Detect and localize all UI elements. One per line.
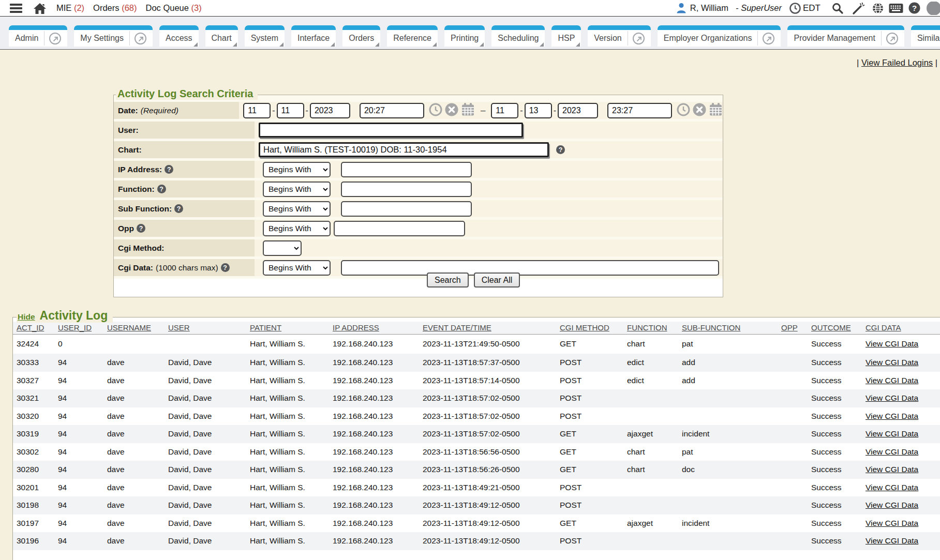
- tab-chart[interactable]: Chart: [205, 25, 238, 47]
- dropdown-corner-icon: [331, 42, 335, 47]
- tab-system[interactable]: System: [245, 25, 285, 47]
- tab-hsp[interactable]: HSP: [551, 25, 581, 47]
- cell-opp: [778, 354, 808, 372]
- cell-opp: [778, 532, 808, 550]
- tab-interface[interactable]: Interface: [291, 25, 336, 47]
- function-help-icon[interactable]: ?: [157, 185, 166, 193]
- cell-function: chart: [623, 461, 678, 479]
- view-cgi-data-link[interactable]: View CGI Data: [866, 447, 918, 456]
- search-button[interactable]: Search: [427, 273, 469, 287]
- cell-user: David, Dave: [165, 425, 246, 443]
- cgi-data-input[interactable]: [341, 260, 719, 276]
- calendar-icon[interactable]: [461, 102, 475, 118]
- column-sort-link[interactable]: ACT_ID: [17, 323, 44, 332]
- keyboard-icon[interactable]: [889, 3, 903, 13]
- user-input[interactable]: [259, 123, 523, 138]
- partial-avatar-icon[interactable]: [924, 2, 940, 15]
- tab-my-settings[interactable]: My Settings: [74, 25, 153, 47]
- sub-function-label: Sub Function:: [118, 204, 172, 214]
- date-from-time-input[interactable]: [360, 103, 424, 118]
- time-picker-icon[interactable]: [677, 103, 690, 118]
- column-sort-link[interactable]: EVENT DATE/TIME: [423, 323, 491, 332]
- view-cgi-data-link[interactable]: View CGI Data: [866, 519, 918, 527]
- ip-input[interactable]: [341, 162, 472, 177]
- tab-orders[interactable]: Orders: [342, 25, 380, 47]
- cell-function: [623, 389, 678, 407]
- tab-access[interactable]: Access: [159, 25, 199, 47]
- column-sort-link[interactable]: PATIENT: [250, 323, 281, 332]
- column-sort-link[interactable]: USERNAME: [107, 323, 151, 332]
- search-icon[interactable]: [831, 2, 844, 14]
- menu-item-mie[interactable]: MIE (2): [56, 3, 84, 13]
- clear-all-button[interactable]: Clear All: [474, 273, 520, 287]
- tab-reference[interactable]: Reference: [387, 25, 438, 47]
- date-from-month-input[interactable]: [243, 103, 271, 118]
- cgi-method-select[interactable]: [263, 240, 302, 256]
- column-sort-link[interactable]: CGI METHOD: [560, 323, 609, 332]
- time-picker-icon[interactable]: [429, 103, 442, 118]
- globe-icon[interactable]: [872, 2, 884, 14]
- date-from-day-input[interactable]: [277, 103, 304, 118]
- hide-link[interactable]: Hide: [18, 312, 35, 322]
- date-from-year-input[interactable]: [310, 103, 350, 118]
- ip-help-icon[interactable]: ?: [165, 165, 173, 174]
- tab-scheduling[interactable]: Scheduling: [491, 25, 545, 47]
- date-to-month-input[interactable]: [491, 103, 518, 118]
- view-cgi-data-link[interactable]: View CGI Data: [866, 465, 918, 474]
- view-cgi-data-link[interactable]: View CGI Data: [866, 393, 918, 402]
- sub-function-help-icon[interactable]: ?: [174, 204, 183, 213]
- home-icon[interactable]: [33, 2, 47, 14]
- function-input[interactable]: [341, 181, 472, 197]
- user-icon[interactable]: [676, 3, 687, 13]
- cell-user: David, Dave: [165, 354, 246, 372]
- view-cgi-data-link[interactable]: View CGI Data: [866, 429, 918, 438]
- ip-operator-select[interactable]: Begins With: [263, 162, 331, 177]
- column-sort-link[interactable]: SUB-FUNCTION: [682, 323, 740, 332]
- view-cgi-data-link[interactable]: View CGI Data: [866, 376, 918, 385]
- column-sort-link[interactable]: CGI DATA: [866, 323, 901, 332]
- column-sort-link[interactable]: IP ADDRESS: [333, 323, 379, 332]
- wand-icon[interactable]: [852, 2, 866, 15]
- cgi-data-operator-select[interactable]: Begins With: [263, 260, 331, 276]
- tab-admin[interactable]: Admin: [9, 25, 67, 47]
- chart-input[interactable]: [259, 142, 549, 157]
- sub-function-input[interactable]: [341, 201, 472, 217]
- view-cgi-data-link[interactable]: View CGI Data: [866, 358, 918, 367]
- tab-similar-exposures[interactable]: Similar Exposures: [911, 25, 940, 47]
- opp-input[interactable]: [334, 221, 465, 236]
- opp-operator-select[interactable]: Begins With: [263, 221, 331, 236]
- menu-item-orders[interactable]: Orders (68): [93, 3, 137, 13]
- date-to-day-input[interactable]: [525, 103, 552, 118]
- date-to-time-input[interactable]: [607, 103, 672, 118]
- date-to-year-input[interactable]: [558, 103, 598, 118]
- view-cgi-data-link[interactable]: View CGI Data: [866, 339, 918, 348]
- view-cgi-data-link[interactable]: View CGI Data: [866, 536, 918, 545]
- hamburger-menu-icon[interactable]: [10, 4, 22, 13]
- tab-employer-organizations[interactable]: Employer Organizations: [658, 25, 781, 47]
- view-cgi-data-link[interactable]: View CGI Data: [866, 501, 918, 509]
- column-sort-link[interactable]: OUTCOME: [811, 323, 851, 332]
- clear-date-icon[interactable]: [445, 103, 458, 118]
- column-sort-link[interactable]: OPP: [781, 323, 798, 332]
- cell-user-id: 94: [54, 479, 103, 497]
- view-cgi-data-link[interactable]: View CGI Data: [866, 483, 918, 492]
- help-icon[interactable]: ?: [908, 2, 920, 14]
- column-sort-link[interactable]: USER: [168, 323, 190, 332]
- opp-help-icon[interactable]: ?: [137, 224, 145, 233]
- tab-printing[interactable]: Printing: [444, 25, 485, 47]
- function-operator-select[interactable]: Begins With: [263, 181, 331, 197]
- cell-function: ajaxget: [623, 425, 678, 443]
- column-sort-link[interactable]: FUNCTION: [627, 323, 667, 332]
- calendar-icon[interactable]: [709, 102, 723, 118]
- chart-help-icon[interactable]: ?: [556, 145, 565, 154]
- clear-date-icon[interactable]: [693, 103, 706, 118]
- cgi-data-help-icon[interactable]: ?: [221, 263, 230, 272]
- column-sort-link[interactable]: USER_ID: [58, 323, 92, 332]
- view-cgi-data-link[interactable]: View CGI Data: [866, 412, 918, 420]
- tab-provider-management[interactable]: Provider Management: [787, 25, 904, 47]
- clock-icon[interactable]: [789, 3, 801, 14]
- sub-function-operator-select[interactable]: Begins With: [263, 201, 331, 217]
- menu-item-doc-queue[interactable]: Doc Queue (3): [145, 3, 201, 13]
- view-failed-logins-link[interactable]: View Failed Logins: [861, 58, 933, 67]
- tab-version[interactable]: Version: [588, 25, 650, 47]
